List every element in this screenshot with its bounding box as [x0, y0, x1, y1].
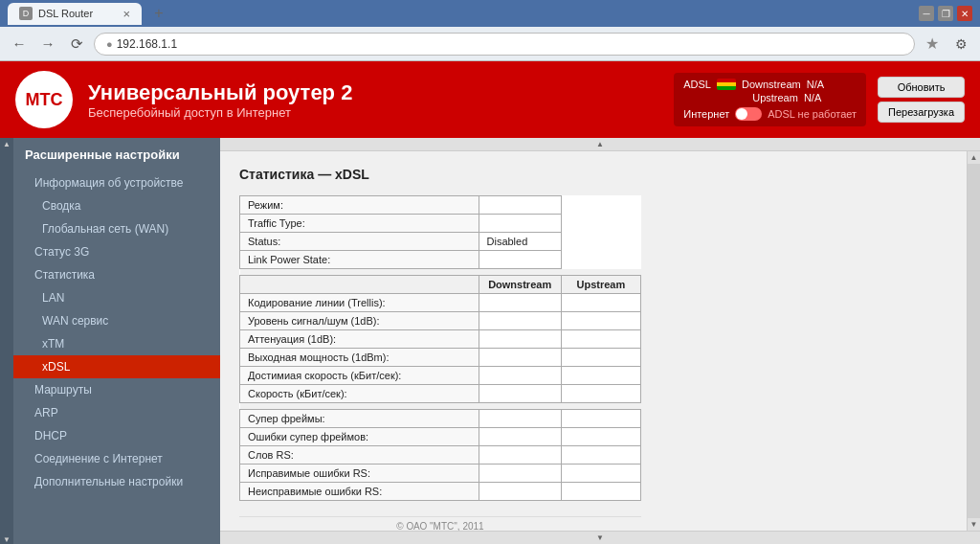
- sidebar-item-device-info[interactable]: Информация об устройстве: [13, 171, 220, 194]
- tab-favicon: D: [19, 7, 33, 20]
- sidebar-item-xtm[interactable]: xTM: [13, 332, 220, 355]
- adsl-label: ADSL: [683, 79, 711, 90]
- sidebar-item-lan[interactable]: LAN: [13, 286, 220, 309]
- table-row: Скорость (кБит/сек):: [240, 385, 641, 403]
- reboot-button[interactable]: Перезагрузка: [878, 102, 965, 123]
- row-label: Достимиая скорость (кБит/сек):: [240, 367, 479, 385]
- internet-toggle[interactable]: [735, 107, 762, 121]
- row-upstream: [561, 428, 640, 446]
- table-row: Status: Disabled: [240, 233, 641, 251]
- back-button[interactable]: ←: [8, 33, 31, 56]
- sidebar-item-wan[interactable]: Глобальная сеть (WAN): [13, 217, 220, 240]
- brand-logo: МТС: [15, 71, 73, 128]
- table-row: Кодирование линии (Trellis):: [240, 294, 641, 312]
- stats-table: Режим: Traffic Type: Status: Disabled: [239, 195, 641, 501]
- table-header-row: Downstream Upstream: [240, 276, 641, 294]
- downstream-value: N/A: [807, 79, 824, 90]
- main-scroll-bottom[interactable]: ▼: [220, 531, 980, 544]
- row-downstream: [479, 428, 561, 446]
- header-title: Универсальный роутер 2: [88, 80, 352, 105]
- row-upstream: [561, 385, 640, 403]
- row-label: Скорость (кБит/сек):: [240, 385, 479, 403]
- row-label: Аттенуация (1dB):: [240, 330, 479, 349]
- sidebar-item-routes[interactable]: Маршруты: [13, 378, 220, 401]
- row-upstream: [561, 349, 640, 367]
- upstream-value: N/A: [804, 92, 821, 103]
- row-label: Кодирование линии (Trellis):: [240, 294, 479, 312]
- table-row: Выходная мощность (1dBm):: [240, 349, 641, 367]
- row-downstream: [479, 294, 561, 312]
- browser-toolbar: ← → ⟳ ● 192.168.1.1 ★ ⚙: [0, 27, 980, 61]
- main-content-row: Статистика — xDSL Режим: Traffic Type:: [220, 151, 980, 531]
- new-tab-button[interactable]: +: [147, 2, 170, 25]
- brand-text: МТС: [26, 90, 63, 110]
- app-container: МТС Универсальный роутер 2 Бесперебойный…: [0, 61, 980, 544]
- settings-button[interactable]: ⚙: [949, 33, 972, 56]
- table-spacer: [240, 269, 641, 276]
- sidebar-item-advanced[interactable]: Дополнительные настройки: [13, 470, 220, 493]
- sidebar-item-3g[interactable]: Статус 3G: [13, 240, 220, 263]
- row-label: Status:: [240, 233, 479, 251]
- footer-text: © ОАО "МТС", 2011: [396, 521, 483, 531]
- refresh-page-button[interactable]: Обновить: [878, 77, 965, 98]
- adsl-upstream-row: Upstream N/A: [683, 92, 857, 103]
- page-title: Статистика — xDSL: [239, 167, 947, 182]
- sidebar-scroll-up[interactable]: ▲: [3, 140, 11, 148]
- sidebar-title: Расширенные настройки: [13, 138, 220, 171]
- sidebar-item-stats[interactable]: Статистика: [13, 263, 220, 286]
- sidebar-item-arp[interactable]: ARP: [13, 401, 220, 424]
- adsl-flag: [717, 79, 736, 90]
- table-row: Слов RS:: [240, 446, 641, 465]
- row-value: [479, 196, 561, 215]
- col-header-upstream: Upstream: [561, 276, 640, 294]
- table-row: Ошибки супер фреймов:: [240, 428, 641, 446]
- scroll-track: [968, 164, 980, 518]
- adsl-status-block: ADSL Downstream N/A Upstream N/A Интерне…: [674, 73, 866, 126]
- page-footer: © ОАО "МТС", 2011: [239, 516, 641, 531]
- table-row: Уровень сигнал/шум (1dB):: [240, 312, 641, 330]
- tab-title: DSL Router: [38, 8, 93, 19]
- row-label: Режим:: [240, 196, 479, 215]
- table-row: Режим:: [240, 196, 641, 215]
- close-button[interactable]: ✕: [957, 6, 972, 21]
- sidebar-item-summary[interactable]: Сводка: [13, 194, 220, 217]
- minimize-button[interactable]: ─: [919, 6, 934, 21]
- row-value: [479, 251, 561, 269]
- row-downstream: [479, 385, 561, 403]
- sidebar-container: ▲ ▼ Расширенные настройки Информация об …: [0, 138, 220, 544]
- table-row: Link Power State:: [240, 251, 641, 269]
- main-scroll-top[interactable]: ▲: [220, 138, 980, 151]
- col-header-downstream: Downstream: [479, 276, 561, 294]
- sidebar-item-wan-service[interactable]: WAN сервис: [13, 309, 220, 332]
- row-label: Traffic Type:: [240, 215, 479, 233]
- upstream-label: Upstream: [752, 92, 798, 103]
- row-downstream: [479, 349, 561, 367]
- scroll-up-button[interactable]: ▲: [969, 151, 980, 164]
- table-row: Неисправимые ошибки RS:: [240, 483, 641, 501]
- maximize-button[interactable]: ❐: [938, 6, 953, 21]
- page-header: МТС Универсальный роутер 2 Бесперебойный…: [0, 61, 980, 138]
- forward-button[interactable]: →: [36, 33, 59, 56]
- scroll-down-button[interactable]: ▼: [969, 518, 980, 531]
- row-label: Исправимые ошибки RS:: [240, 465, 479, 483]
- row-downstream: [479, 410, 561, 428]
- sidebar-item-internet-conn[interactable]: Соединение с Интернет: [13, 447, 220, 470]
- sidebar: Расширенные настройки Информация об устр…: [13, 138, 220, 544]
- sidebar-item-dhcp[interactable]: DHCP: [13, 424, 220, 447]
- row-label: Супер фреймы:: [240, 410, 479, 428]
- refresh-button[interactable]: ⟳: [65, 33, 88, 56]
- row-label: Link Power State:: [240, 251, 479, 269]
- bookmark-button[interactable]: ★: [921, 33, 944, 56]
- address-bar[interactable]: ● 192.168.1.1: [94, 33, 915, 56]
- content-wrapper: ▲ ▼ Расширенные настройки Информация об …: [0, 138, 980, 544]
- sidebar-scroll-down[interactable]: ▼: [3, 535, 11, 544]
- row-label: Ошибки супер фреймов:: [240, 428, 479, 446]
- row-value: Disabled: [479, 233, 561, 251]
- browser-tab[interactable]: D DSL Router ×: [8, 3, 142, 25]
- sidebar-item-xdsl[interactable]: xDSL: [13, 355, 220, 378]
- table-spacer: [240, 403, 641, 410]
- tab-close-button[interactable]: ×: [122, 7, 130, 21]
- row-label: Неисправимые ошибки RS:: [240, 483, 479, 501]
- row-upstream: [561, 330, 640, 349]
- sidebar-scrollbar: ▲ ▼: [0, 138, 13, 544]
